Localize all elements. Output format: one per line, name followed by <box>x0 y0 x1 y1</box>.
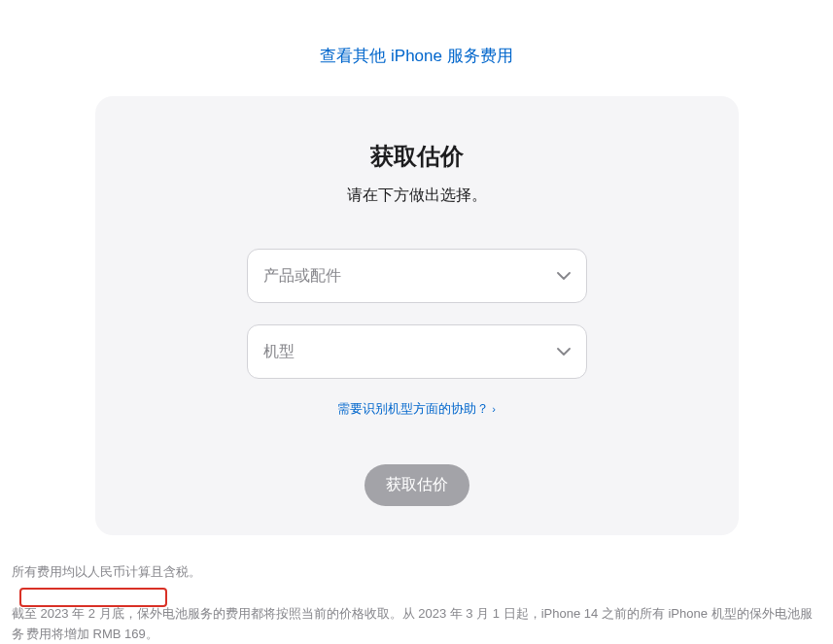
chevron-down-icon <box>557 345 571 358</box>
model-select-placeholder: 机型 <box>263 342 295 362</box>
highlighted-price: 费用将增加 RMB 169。 <box>24 627 160 641</box>
chevron-right-icon: › <box>492 403 496 415</box>
product-select[interactable]: 产品或配件 <box>247 249 587 303</box>
footnote-price-change: 截至 2023 年 2 月底，保外电池服务的费用都将按照当前的价格收取。从 20… <box>12 604 821 644</box>
help-link-label: 需要识别机型方面的协助？ <box>337 401 489 416</box>
estimate-card: 获取估价 请在下方做出选择。 产品或配件 机型 需要识别机型方面的协助？› <box>95 96 739 535</box>
view-other-fees-link-text[interactable]: 查看其他 iPhone 服务费用 <box>320 47 512 65</box>
card-title: 获取估价 <box>124 141 710 172</box>
get-estimate-button[interactable]: 获取估价 <box>364 464 469 506</box>
identify-model-help-link[interactable]: 需要识别机型方面的协助？› <box>124 400 710 418</box>
model-select[interactable]: 机型 <box>247 324 587 379</box>
footnotes: 所有费用均以人民币计算且含税。 截至 2023 年 2 月底，保外电池服务的费用… <box>10 535 823 644</box>
chevron-down-icon <box>557 269 571 283</box>
view-other-fees-link[interactable]: 查看其他 iPhone 服务费用 <box>10 0 823 96</box>
product-select-placeholder: 产品或配件 <box>263 266 341 287</box>
card-subtitle: 请在下方做出选择。 <box>124 186 710 206</box>
footnote-currency: 所有费用均以人民币计算且含税。 <box>12 562 821 583</box>
